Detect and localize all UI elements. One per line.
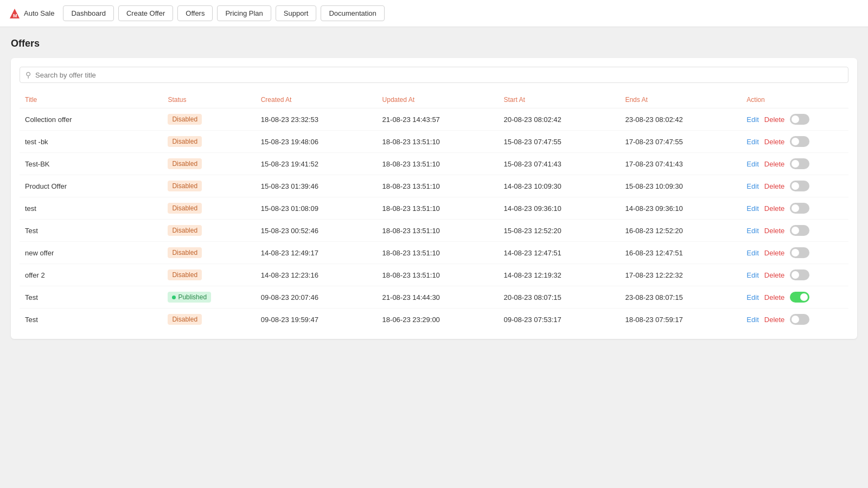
cell-action: EditDelete <box>741 309 848 331</box>
cell-start-at: 14-08-23 12:19:32 <box>499 264 620 286</box>
cell-title: Test-BK <box>20 153 162 175</box>
cell-updated-at: 18-08-23 13:51:10 <box>377 175 499 197</box>
cell-updated-at: 18-08-23 13:51:10 <box>377 264 499 286</box>
cell-created-at: 09-08-23 19:59:47 <box>256 309 377 331</box>
cell-created-at: 15-08-23 19:48:06 <box>256 131 377 153</box>
cell-title: test <box>20 197 162 220</box>
cell-updated-at: 18-08-23 13:51:10 <box>377 131 499 153</box>
app-name: Auto Sale <box>24 9 54 17</box>
col-header-action: Action <box>741 92 848 108</box>
col-header-ends: Ends At <box>620 92 741 108</box>
table-row: Product OfferDisabled15-08-23 01:39:4618… <box>20 175 848 197</box>
delete-button[interactable]: Delete <box>764 115 785 124</box>
table-row: new offerDisabled14-08-23 12:49:1718-08-… <box>20 242 848 264</box>
cell-status: Disabled <box>162 220 255 242</box>
status-toggle[interactable] <box>790 269 809 280</box>
delete-button[interactable]: Delete <box>764 227 785 235</box>
delete-button[interactable]: Delete <box>764 182 785 190</box>
cell-action: EditDelete <box>741 108 848 131</box>
status-toggle[interactable] <box>790 203 809 214</box>
table-row: TestDisabled09-08-23 19:59:4718-06-23 23… <box>20 309 848 331</box>
status-toggle[interactable] <box>790 292 809 303</box>
cell-ends-at: 23-08-23 08:07:15 <box>620 286 741 309</box>
cell-updated-at: 18-08-23 13:51:10 <box>377 220 499 242</box>
cell-title: offer 2 <box>20 264 162 286</box>
edit-button[interactable]: Edit <box>746 182 758 190</box>
edit-button[interactable]: Edit <box>746 249 758 257</box>
main-content: Offers ⚲ Title Status Created At Updated… <box>0 27 868 350</box>
edit-button[interactable]: Edit <box>746 316 758 324</box>
cell-action: EditDelete <box>741 286 848 309</box>
edit-button[interactable]: Edit <box>746 227 758 235</box>
status-toggle[interactable] <box>790 181 809 191</box>
cell-start-at: 15-08-23 12:52:20 <box>499 220 620 242</box>
cell-status: Disabled <box>162 108 255 131</box>
cell-updated-at: 18-08-23 13:51:10 <box>377 242 499 264</box>
delete-button[interactable]: Delete <box>764 293 785 301</box>
nav-documentation[interactable]: Documentation <box>321 5 384 21</box>
nav-pricing-plan[interactable]: Pricing Plan <box>217 5 271 21</box>
cell-ends-at: 17-08-23 07:41:43 <box>620 153 741 175</box>
status-badge: Published <box>168 292 211 303</box>
cell-status: Disabled <box>162 175 255 197</box>
nav-dashboard[interactable]: Dashboard <box>63 5 114 21</box>
delete-button[interactable]: Delete <box>764 204 785 213</box>
cell-updated-at: 21-08-23 14:44:30 <box>377 286 499 309</box>
col-header-start: Start At <box>499 92 620 108</box>
search-icon: ⚲ <box>25 70 31 79</box>
nav-offers[interactable]: Offers <box>177 5 213 21</box>
edit-button[interactable]: Edit <box>746 160 758 168</box>
cell-action: EditDelete <box>741 175 848 197</box>
cell-start-at: 14-08-23 09:36:10 <box>499 197 620 220</box>
edit-button[interactable]: Edit <box>746 271 758 279</box>
table-row: Test-BKDisabled15-08-23 19:41:5218-08-23… <box>20 153 848 175</box>
delete-button[interactable]: Delete <box>764 271 785 279</box>
cell-start-at: 09-08-23 07:53:17 <box>499 309 620 331</box>
logo-icon: M <box>9 8 21 20</box>
cell-start-at: 14-08-23 10:09:30 <box>499 175 620 197</box>
cell-action: EditDelete <box>741 220 848 242</box>
search-input[interactable] <box>35 71 843 79</box>
table-row: Collection offerDisabled18-08-23 23:32:5… <box>20 108 848 131</box>
table-row: TestPublished09-08-23 20:07:4621-08-23 1… <box>20 286 848 309</box>
col-header-status: Status <box>162 92 255 108</box>
cell-start-at: 20-08-23 08:07:15 <box>499 286 620 309</box>
page-title: Offers <box>11 38 857 49</box>
cell-updated-at: 18-08-23 13:51:10 <box>377 153 499 175</box>
cell-action: EditDelete <box>741 197 848 220</box>
cell-ends-at: 23-08-23 08:02:42 <box>620 108 741 131</box>
status-toggle[interactable] <box>790 158 809 169</box>
cell-created-at: 09-08-23 20:07:46 <box>256 286 377 309</box>
delete-button[interactable]: Delete <box>764 138 785 146</box>
col-header-updated: Updated At <box>377 92 499 108</box>
edit-button[interactable]: Edit <box>746 115 758 124</box>
edit-button[interactable]: Edit <box>746 204 758 213</box>
offers-table: Title Status Created At Updated At Start… <box>20 92 848 330</box>
cell-title: Test <box>20 309 162 331</box>
status-toggle[interactable] <box>790 114 809 125</box>
cell-created-at: 15-08-23 19:41:52 <box>256 153 377 175</box>
cell-updated-at: 21-08-23 14:43:57 <box>377 108 499 131</box>
delete-button[interactable]: Delete <box>764 316 785 324</box>
cell-created-at: 14-08-23 12:23:16 <box>256 264 377 286</box>
svg-text:M: M <box>13 13 17 18</box>
status-toggle[interactable] <box>790 225 809 236</box>
status-toggle[interactable] <box>790 314 809 325</box>
cell-title: test -bk <box>20 131 162 153</box>
cell-created-at: 14-08-23 12:49:17 <box>256 242 377 264</box>
table-row: TestDisabled15-08-23 00:52:4618-08-23 13… <box>20 220 848 242</box>
edit-button[interactable]: Edit <box>746 138 758 146</box>
delete-button[interactable]: Delete <box>764 160 785 168</box>
cell-title: Test <box>20 286 162 309</box>
status-toggle[interactable] <box>790 136 809 147</box>
nav-support[interactable]: Support <box>276 5 317 21</box>
cell-created-at: 15-08-23 00:52:46 <box>256 220 377 242</box>
edit-button[interactable]: Edit <box>746 293 758 301</box>
delete-button[interactable]: Delete <box>764 249 785 257</box>
status-toggle[interactable] <box>790 247 809 258</box>
status-badge: Disabled <box>168 114 202 125</box>
cell-status: Disabled <box>162 153 255 175</box>
table-row: offer 2Disabled14-08-23 12:23:1618-08-23… <box>20 264 848 286</box>
nav-create-offer[interactable]: Create Offer <box>118 5 173 21</box>
status-badge: Disabled <box>168 158 202 169</box>
